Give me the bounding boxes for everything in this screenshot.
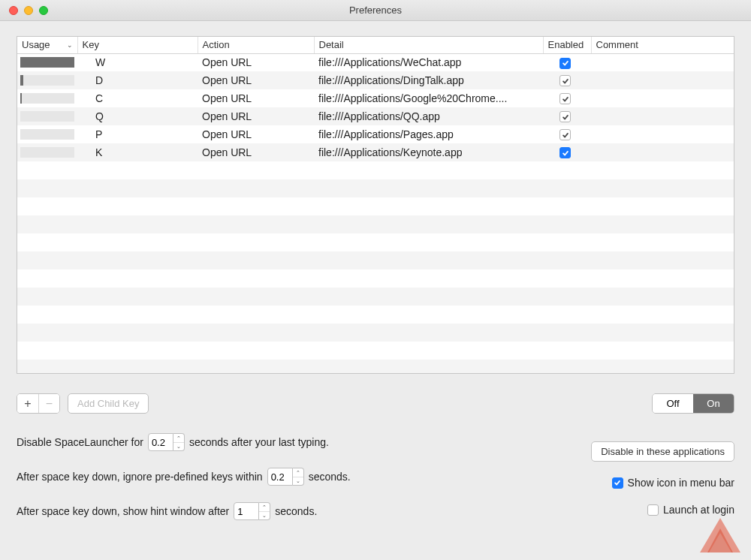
detail-cell: file:///Applications/QQ.app [314, 107, 543, 125]
action-cell: Open URL [198, 53, 314, 71]
usage-bar [20, 129, 74, 140]
enabled-checkbox[interactable] [559, 58, 571, 69]
action-cell: Open URL [198, 143, 314, 161]
column-enabled[interactable]: Enabled [543, 37, 591, 53]
action-cell: Open URL [198, 125, 314, 143]
column-action[interactable]: Action [198, 37, 314, 53]
enabled-cell [543, 71, 591, 89]
disable-seconds-stepper[interactable]: ⌃⌄ [148, 433, 185, 451]
table-row[interactable]: KOpen URLfile:///Applications/Keynote.ap… [17, 143, 734, 161]
key-cell: C [77, 89, 198, 107]
add-button[interactable]: + [17, 394, 38, 413]
launch-login-checkbox[interactable] [647, 504, 659, 516]
enabled-checkbox[interactable] [559, 75, 571, 86]
traffic-lights [0, 6, 48, 15]
table-row [17, 197, 734, 215]
comment-cell [591, 89, 734, 107]
table-row [17, 215, 734, 233]
app-logo-icon [700, 518, 740, 552]
label: After space key down, ignore pre-defined… [17, 471, 263, 483]
enabled-cell [543, 89, 591, 107]
detail-cell: file:///Applications/WeChat.app [314, 53, 543, 71]
stepper-arrows[interactable]: ⌃⌄ [173, 433, 185, 451]
comment-cell [591, 53, 734, 71]
comment-cell [591, 125, 734, 143]
preferences-window: Preferences Usage ⌄ Key [0, 0, 751, 560]
show-icon-row[interactable]: Show icon in menu bar [612, 477, 734, 489]
label: seconds. [275, 505, 317, 517]
table-row[interactable]: WOpen URLfile:///Applications/WeChat.app [17, 53, 734, 71]
usage-cell [17, 125, 77, 143]
detail-cell: file:///Applications/Keynote.app [314, 143, 543, 161]
detail-cell: file:///Applications/Google%20Chrome.... [314, 89, 543, 107]
usage-bar [20, 57, 74, 68]
table-row [17, 324, 734, 342]
on-off-toggle[interactable]: Off On [652, 393, 734, 414]
table-row[interactable]: QOpen URLfile:///Applications/QQ.app [17, 107, 734, 125]
enabled-cell [543, 125, 591, 143]
show-icon-checkbox[interactable] [612, 477, 623, 489]
table-row [17, 161, 734, 179]
chevron-up-icon[interactable]: ⌃ [259, 503, 270, 511]
hint-seconds-stepper[interactable]: ⌃⌄ [234, 502, 270, 520]
label: Disable SpaceLauncher for [17, 436, 143, 448]
column-usage[interactable]: Usage ⌄ [17, 37, 77, 53]
window-title: Preferences [0, 5, 751, 16]
toggle-off[interactable]: Off [653, 394, 693, 413]
table-row[interactable]: DOpen URLfile:///Applications/DingTalk.a… [17, 71, 734, 89]
disable-in-apps-button[interactable]: Disable in these applications [591, 441, 734, 462]
comment-cell [591, 143, 734, 161]
usage-cell [17, 107, 77, 125]
zoom-icon[interactable] [39, 6, 48, 15]
table-row[interactable]: COpen URLfile:///Applications/Google%20C… [17, 89, 734, 107]
action-cell: Open URL [198, 71, 314, 89]
chevron-up-icon[interactable]: ⌃ [293, 468, 303, 477]
key-cell: P [77, 125, 198, 143]
stepper-arrows[interactable]: ⌃⌄ [259, 502, 270, 520]
shortcuts-table-container: Usage ⌄ Key Action Detail Enabled Commen… [17, 36, 734, 374]
chevron-up-icon[interactable]: ⌃ [173, 434, 184, 442]
label: After space key down, show hint window a… [17, 505, 229, 517]
key-cell: D [77, 71, 198, 89]
chevron-down-icon[interactable]: ⌄ [173, 442, 184, 451]
enabled-checkbox[interactable] [559, 147, 571, 158]
label: seconds after your last typing. [189, 436, 329, 448]
launch-login-row[interactable]: Launch at login [647, 504, 734, 516]
table-row [17, 251, 734, 269]
add-remove-segment: + − [17, 393, 60, 414]
enabled-checkbox[interactable] [559, 111, 571, 122]
detail-cell: file:///Applications/Pages.app [314, 125, 543, 143]
enabled-cell [543, 53, 591, 71]
enabled-checkbox[interactable] [559, 129, 571, 140]
usage-bar [20, 147, 74, 158]
column-detail[interactable]: Detail [314, 37, 543, 53]
usage-cell [17, 71, 77, 89]
table-row [17, 269, 734, 288]
right-column: Disable in these applications Show icon … [591, 441, 734, 516]
close-icon[interactable] [9, 6, 18, 15]
titlebar: Preferences [0, 0, 751, 21]
action-cell: Open URL [198, 89, 314, 107]
table-row [17, 179, 734, 197]
toggle-on[interactable]: On [693, 394, 734, 413]
minimize-icon[interactable] [24, 6, 33, 15]
usage-cell [17, 53, 77, 71]
label: seconds. [309, 471, 351, 483]
usage-bar [20, 93, 74, 104]
column-key[interactable]: Key [77, 37, 198, 53]
column-usage-label: Usage [22, 39, 50, 50]
remove-button[interactable]: − [38, 394, 59, 413]
sort-desc-icon: ⌄ [67, 41, 73, 49]
table-row[interactable]: POpen URLfile:///Applications/Pages.app [17, 125, 734, 143]
table-row [17, 360, 734, 374]
stepper-arrows[interactable]: ⌃⌄ [293, 468, 304, 486]
enabled-checkbox[interactable] [559, 93, 571, 104]
column-comment[interactable]: Comment [591, 37, 734, 53]
add-child-key-button[interactable]: Add Child Key [68, 393, 149, 414]
chevron-down-icon[interactable]: ⌄ [293, 477, 303, 486]
hint-seconds-input[interactable] [234, 502, 259, 520]
chevron-down-icon[interactable]: ⌄ [259, 511, 270, 520]
disable-seconds-input[interactable] [148, 433, 173, 451]
ignore-seconds-stepper[interactable]: ⌃⌄ [267, 468, 304, 486]
ignore-seconds-input[interactable] [267, 468, 293, 486]
